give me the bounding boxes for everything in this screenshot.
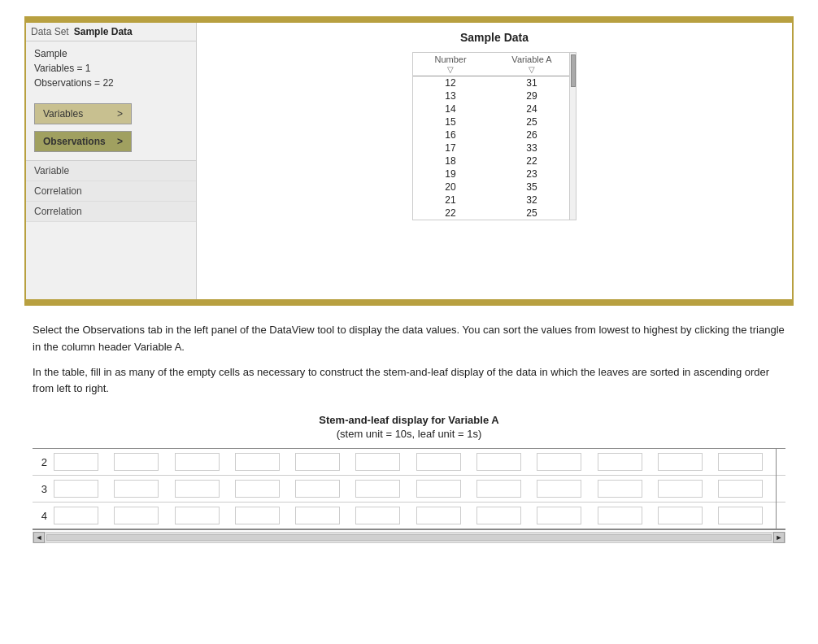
leaf-input[interactable]	[295, 453, 340, 471]
leaf-cell	[533, 476, 594, 503]
leaf-input[interactable]	[537, 507, 581, 524]
table-row: 1626	[413, 128, 576, 141]
leaf-input[interactable]	[718, 453, 763, 471]
sidebar-bottom-item-3: Correlation	[26, 202, 196, 222]
variables-button[interactable]: Variables >	[34, 103, 132, 124]
leaf-cell	[473, 476, 533, 503]
leaf-input[interactable]	[416, 453, 461, 471]
leaf-cell	[111, 476, 171, 503]
leaf-input[interactable]	[598, 453, 642, 471]
table-cell: 20	[413, 181, 488, 194]
scrollbar-thumb[interactable]	[571, 54, 576, 87]
leaf-cell	[533, 503, 594, 529]
table-row: 1923	[413, 168, 576, 181]
number-header[interactable]: Number ▽	[413, 53, 488, 76]
leaf-cell	[413, 476, 473, 503]
leaf-input[interactable]	[235, 507, 280, 524]
leaf-cell	[292, 503, 352, 529]
leaf-cell	[473, 503, 533, 529]
leaf-cell	[594, 503, 655, 529]
variable-a-header[interactable]: Variable A ▽	[488, 53, 576, 76]
leaf-input[interactable]	[295, 507, 340, 524]
table-row: 2035	[413, 181, 576, 194]
leaf-input[interactable]	[355, 507, 400, 524]
table-cell: 15	[413, 115, 488, 128]
main-title: Sample Data	[460, 31, 529, 44]
leaf-input[interactable]	[537, 480, 581, 498]
leaf-cell	[352, 503, 412, 529]
stem-leaf-table: 234	[33, 448, 785, 529]
leaf-input[interactable]	[355, 453, 400, 471]
leaf-cell	[715, 476, 776, 503]
sample-label: Sample	[34, 46, 188, 61]
table-row: 1733	[413, 141, 576, 154]
scroll-track[interactable]	[46, 534, 772, 541]
leaf-input[interactable]	[54, 453, 98, 471]
leaf-input[interactable]	[114, 507, 159, 524]
table-cell: 26	[488, 128, 576, 141]
number-sort-arrow[interactable]: ▽	[447, 65, 454, 74]
dataset-label: Data Set	[31, 26, 69, 37]
leaf-input[interactable]	[658, 507, 703, 524]
table-cell: 18	[413, 154, 488, 168]
leaf-cell	[655, 449, 715, 476]
leaf-input[interactable]	[718, 480, 763, 498]
sidebar-buttons: Variables > Observations >	[26, 95, 196, 160]
table-row: 1822	[413, 154, 576, 168]
leaf-input[interactable]	[114, 453, 159, 471]
observations-info: Observations = 22	[34, 76, 188, 90]
scrollbar-track[interactable]	[569, 53, 576, 220]
table-cell: 13	[413, 89, 488, 102]
leaf-input[interactable]	[598, 480, 642, 498]
leaf-input[interactable]	[537, 453, 581, 471]
table-row: 2132	[413, 194, 576, 207]
row-end	[776, 449, 785, 476]
leaf-cell	[473, 449, 533, 476]
description-paragraph-1: Select the Observations tab in the left …	[33, 322, 785, 356]
table-cell: 25	[488, 115, 576, 128]
leaf-input[interactable]	[416, 507, 461, 524]
leaf-input[interactable]	[235, 453, 280, 471]
leaf-input[interactable]	[54, 507, 98, 524]
scroll-left-arrow[interactable]: ◄	[33, 532, 45, 543]
leaf-input[interactable]	[658, 453, 703, 471]
leaf-input[interactable]	[658, 480, 703, 498]
leaf-input[interactable]	[114, 480, 159, 498]
table-cell: 22	[413, 207, 488, 220]
leaf-input[interactable]	[175, 480, 220, 498]
table-cell: 17	[413, 141, 488, 154]
leaf-input[interactable]	[295, 480, 340, 498]
leaf-input[interactable]	[598, 507, 642, 524]
description-section: Select the Observations tab in the left …	[24, 322, 794, 398]
leaf-input[interactable]	[235, 480, 280, 498]
bottom-scrollbar[interactable]: ◄ ►	[33, 532, 785, 543]
leaf-cell	[594, 449, 655, 476]
leaf-cell	[413, 503, 473, 529]
table-row: 1525	[413, 115, 576, 128]
scroll-right-arrow[interactable]: ►	[773, 532, 785, 543]
variable-a-sort-arrow[interactable]: ▽	[529, 65, 535, 74]
leaf-cell	[111, 449, 171, 476]
leaf-input[interactable]	[476, 480, 521, 498]
leaf-cell	[533, 449, 594, 476]
leaf-cell	[352, 476, 412, 503]
leaf-input[interactable]	[476, 453, 521, 471]
table-cell: 31	[488, 76, 576, 90]
leaf-input[interactable]	[175, 507, 220, 524]
sidebar-bottom-item-1: Variable	[26, 161, 196, 181]
stem-leaf-row: 4	[33, 503, 785, 529]
observations-button[interactable]: Observations >	[34, 131, 132, 152]
leaf-input[interactable]	[416, 480, 461, 498]
leaf-input[interactable]	[718, 507, 763, 524]
leaf-input[interactable]	[355, 480, 400, 498]
leaf-input[interactable]	[476, 507, 521, 524]
table-wrapper: Number ▽ Variable A ▽ 123113291424152516…	[412, 52, 577, 220]
leaf-input[interactable]	[175, 453, 220, 471]
leaf-cell	[111, 503, 171, 529]
table-cell: 21	[413, 194, 488, 207]
stem-leaf-body: 234	[33, 449, 785, 529]
stem-leaf-section: Stem-and-leaf display for Variable A (st…	[24, 414, 794, 543]
sidebar-info: Sample Variables = 1 Observations = 22	[26, 41, 196, 95]
table-cell: 25	[488, 207, 576, 220]
leaf-input[interactable]	[54, 480, 98, 498]
